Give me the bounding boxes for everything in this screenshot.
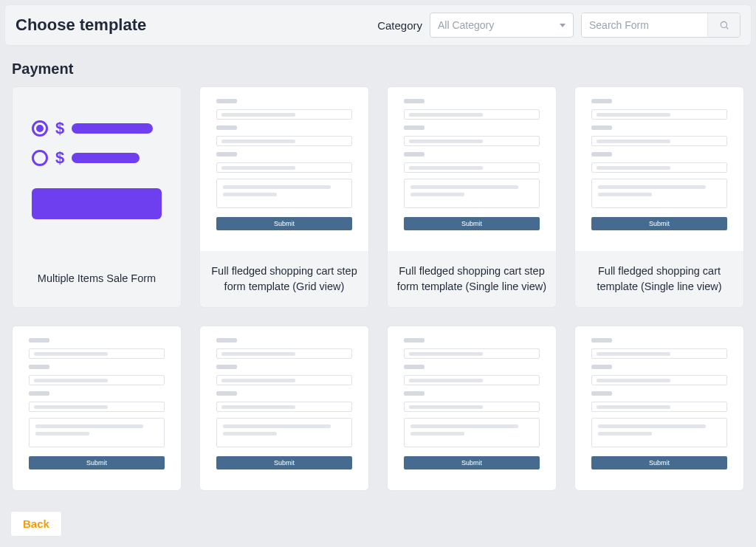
template-card[interactable]: Submit [574, 326, 744, 491]
template-thumbnail: $ $ [13, 87, 181, 251]
template-label: Full fledged shopping cart template (Sin… [575, 251, 743, 307]
template-card[interactable]: $ $ Multiple Items Sale Form [12, 86, 182, 308]
thumb-submit-button: Submit [216, 456, 352, 469]
page-title: Choose template [16, 16, 146, 35]
template-thumbnail: Submit [575, 326, 743, 490]
page-header: Choose template Category All Category [4, 4, 752, 46]
template-card[interactable]: Submit [12, 326, 182, 491]
dollar-icon: $ [55, 119, 64, 138]
template-card[interactable]: Submit Full fledged shopping cart templa… [574, 86, 744, 308]
form-wireframe: Submit [21, 335, 172, 469]
form-wireframe: Submit [396, 96, 547, 230]
template-thumbnail: Submit [200, 326, 368, 490]
payment-option-row: $ [32, 119, 162, 138]
chevron-down-icon [560, 24, 566, 27]
payment-option-row: $ [32, 148, 162, 168]
form-wireframe: Submit [584, 335, 735, 469]
template-card[interactable]: Submit Full fledged shopping cart step f… [199, 86, 369, 308]
template-card[interactable]: Submit [199, 326, 369, 491]
thumb-submit-button: Submit [216, 217, 352, 230]
form-wireframe: Submit [584, 96, 735, 230]
search-button[interactable] [707, 13, 740, 37]
form-wireframe: Submit [396, 335, 547, 469]
header-controls: Category All Category [377, 13, 740, 38]
back-button[interactable]: Back [10, 511, 62, 537]
thumb-submit-button: Submit [404, 217, 540, 230]
template-thumbnail: Submit [200, 87, 368, 251]
template-thumbnail: Submit [575, 87, 743, 251]
template-card[interactable]: Submit [387, 326, 557, 491]
form-wireframe: Submit [209, 96, 360, 230]
search-wrap [581, 13, 740, 38]
template-label: Multiple Items Sale Form [13, 251, 181, 307]
template-thumbnail: Submit [13, 326, 181, 490]
form-wireframe: Submit [209, 335, 360, 469]
template-label: Full fledged shopping cart step form tem… [388, 251, 556, 307]
thumb-submit-bar [32, 188, 162, 219]
templates-section: Payment $ $ M [0, 50, 756, 491]
category-select[interactable]: All Category [430, 13, 574, 38]
template-thumbnail: Submit [388, 326, 556, 490]
template-thumbnail: Submit [388, 87, 556, 251]
dollar-icon: $ [55, 148, 64, 168]
template-label: Full fledged shopping cart step form tem… [200, 251, 368, 307]
category-select-placeholder: All Category [438, 19, 494, 31]
payment-thumb: $ $ [21, 96, 172, 242]
category-label: Category [377, 19, 422, 32]
placeholder-bar [72, 153, 140, 163]
thumb-submit-button: Submit [591, 456, 727, 469]
radio-selected-icon [32, 120, 48, 137]
thumb-submit-button: Submit [404, 456, 540, 469]
radio-unselected-icon [32, 150, 48, 166]
thumb-submit-button: Submit [591, 217, 727, 230]
search-input[interactable] [582, 13, 707, 37]
template-card[interactable]: Submit Full fledged shopping cart step f… [387, 86, 557, 308]
template-grid-row-1: $ $ Multiple Items Sale Form [12, 86, 744, 308]
template-grid-row-2: Submit Submit [12, 326, 744, 491]
section-title: Payment [12, 61, 744, 78]
thumb-submit-button: Submit [29, 456, 165, 469]
svg-point-0 [721, 21, 726, 27]
svg-line-1 [726, 27, 728, 30]
placeholder-bar [72, 123, 153, 134]
search-icon [719, 20, 729, 30]
